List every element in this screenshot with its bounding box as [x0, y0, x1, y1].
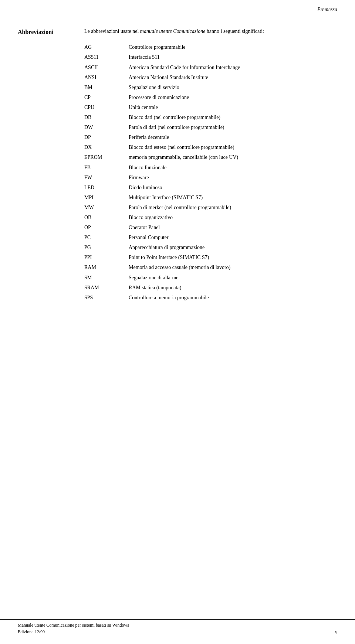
desc-cell: Segnalazione di servizio [129, 82, 337, 92]
table-row: SMSegnalazione di allarme [84, 273, 337, 283]
table-row: SPSControllore a memoria programmabile [84, 293, 337, 303]
footer-page: v [335, 630, 337, 635]
abbr-cell: RAM [84, 262, 129, 272]
desc-cell: Controllore programmabile [129, 42, 337, 52]
table-row: BMSegnalazione di servizio [84, 82, 337, 92]
intro-suffix: hanno i seguenti significati: [205, 28, 264, 34]
abbr-cell: PG [84, 242, 129, 252]
abbr-cell: AS511 [84, 52, 129, 62]
table-row: ANSIAmerican National Standards Institut… [84, 72, 337, 82]
abbreviazioni-section: Abbreviazioni Le abbreviazioni usate nel… [18, 27, 337, 303]
desc-cell: Diodo luminoso [129, 183, 337, 192]
abbr-cell: ANSI [84, 72, 129, 82]
abbr-cell: DB [84, 112, 129, 122]
desc-cell: Parola di dati (nel controllore programm… [129, 122, 337, 132]
table-row: OBBlocco organizzativo [84, 212, 337, 222]
section-heading: Abbreviazioni [18, 27, 84, 303]
page-content: Abbreviazioni Le abbreviazioni usate nel… [0, 13, 355, 332]
desc-cell: Point to Point Interface (SIMATIC S7) [129, 252, 337, 262]
page-footer: Manuale utente Comunicazione per sistemi… [0, 619, 355, 635]
desc-cell: Unità centrale [129, 102, 337, 112]
desc-cell: memoria programmabile, cancellabile (con… [129, 152, 337, 162]
abbr-cell: OP [84, 222, 129, 232]
table-row: PPIPoint to Point Interface (SIMATIC S7) [84, 252, 337, 262]
footer-left: Manuale utente Comunicazione per sistemi… [18, 622, 129, 635]
abbr-cell: LED [84, 183, 129, 192]
desc-cell: Blocco organizzativo [129, 212, 337, 222]
table-row: PGApparecchiatura di programmazione [84, 242, 337, 252]
abbr-cell: PC [84, 232, 129, 242]
table-row: DWParola di dati (nel controllore progra… [84, 122, 337, 132]
abbr-cell: OB [84, 212, 129, 222]
abbr-cell: CPU [84, 102, 129, 112]
abbr-cell: MW [84, 202, 129, 212]
abbr-cell: FW [84, 173, 129, 183]
table-row: DPPeriferia decentrale [84, 132, 337, 142]
header-title: Premessa [317, 7, 337, 13]
table-row: MPIMultipoint Interface (SIMATIC S7) [84, 192, 337, 202]
abbr-cell: SM [84, 273, 129, 283]
desc-cell: Firmware [129, 173, 337, 183]
desc-cell: Personal Computer [129, 232, 337, 242]
table-row: DBBlocco dati (nel controllore programma… [84, 112, 337, 122]
abbr-cell: BM [84, 82, 129, 92]
abbr-cell: FB [84, 163, 129, 173]
table-row: FWFirmware [84, 173, 337, 183]
intro-italic: manuale utente Comunicazione [140, 28, 206, 34]
table-row: CPUUnità centrale [84, 102, 337, 112]
abbr-cell: SPS [84, 293, 129, 303]
desc-cell: Operator Panel [129, 222, 337, 232]
abbreviations-table: AGControllore programmabileAS511Interfac… [84, 42, 337, 302]
table-row: EPROMmemoria programmabile, cancellabile… [84, 152, 337, 162]
table-row: RAMMemoria ad accesso casuale (memoria d… [84, 262, 337, 272]
desc-cell: Blocco dati (nel controllore programmabi… [129, 112, 337, 122]
table-row: MWParola di merker (nel controllore prog… [84, 202, 337, 212]
table-row: SRAMRAM statica (tamponata) [84, 283, 337, 293]
abbr-cell: DW [84, 122, 129, 132]
table-row: PCPersonal Computer [84, 232, 337, 242]
desc-cell: Periferia decentrale [129, 132, 337, 142]
abbr-cell: MPI [84, 192, 129, 202]
table-row: ASCIIAmerican Standard Code for Informat… [84, 62, 337, 72]
page-header: Premessa [0, 0, 355, 13]
desc-cell: American National Standards Institute [129, 72, 337, 82]
desc-cell: Apparecchiatura di programmazione [129, 242, 337, 252]
table-row: AGControllore programmabile [84, 42, 337, 52]
table-row: LEDDiodo luminoso [84, 183, 337, 192]
desc-cell: Controllore a memoria programmabile [129, 293, 337, 303]
desc-cell: Segnalazione di allarme [129, 273, 337, 283]
footer-line2: Edizione 12/99 [18, 628, 129, 635]
abbr-cell: EPROM [84, 152, 129, 162]
abbr-cell: DX [84, 142, 129, 152]
desc-cell: Blocco funzionale [129, 163, 337, 173]
desc-cell: Interfaccia 511 [129, 52, 337, 62]
desc-cell: Parola di merker (nel controllore progra… [129, 202, 337, 212]
abbr-cell: DP [84, 132, 129, 142]
abbr-cell: SRAM [84, 283, 129, 293]
desc-cell: American Standard Code for Information I… [129, 62, 337, 72]
section-body: Le abbreviazioni usate nel manuale utent… [84, 27, 337, 303]
abbr-cell: AG [84, 42, 129, 52]
intro-text: Le abbreviazioni usate nel manuale utent… [84, 27, 337, 35]
table-row: CPProcessore di comunicazione [84, 92, 337, 102]
desc-cell: Memoria ad accesso casuale (memoria di l… [129, 262, 337, 272]
abbr-cell: PPI [84, 252, 129, 262]
table-row: DXBlocco dati esteso (nel controllore pr… [84, 142, 337, 152]
desc-cell: Multipoint Interface (SIMATIC S7) [129, 192, 337, 202]
abbr-cell: CP [84, 92, 129, 102]
desc-cell: Blocco dati esteso (nel controllore prog… [129, 142, 337, 152]
table-row: OPOperator Panel [84, 222, 337, 232]
table-row: FBBlocco funzionale [84, 163, 337, 173]
abbr-cell: ASCII [84, 62, 129, 72]
footer-line1: Manuale utente Comunicazione per sistemi… [18, 622, 129, 628]
desc-cell: Processore di comunicazione [129, 92, 337, 102]
desc-cell: RAM statica (tamponata) [129, 283, 337, 293]
intro-prefix: Le abbreviazioni usate nel [84, 28, 140, 34]
table-row: AS511Interfaccia 511 [84, 52, 337, 62]
